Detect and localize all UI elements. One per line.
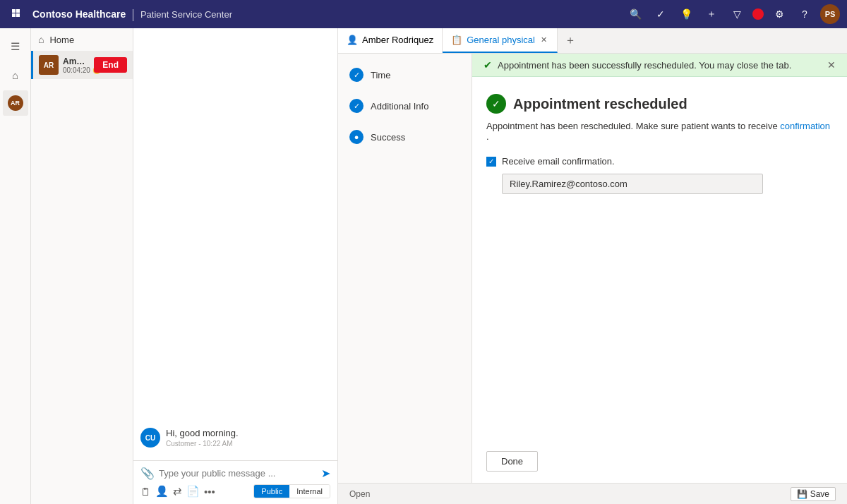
- end-button[interactable]: End: [94, 57, 127, 73]
- tab-bar: 👤 Amber Rodriquez 📋 General physical ✕ ＋: [338, 28, 847, 54]
- input-row: 📎 ➤: [140, 467, 330, 480]
- home-nav-item[interactable]: ⌂ Home: [31, 28, 133, 51]
- appt-desc-link[interactable]: confirmation: [780, 121, 830, 131]
- step-time: ✓ Time: [349, 68, 460, 82]
- customer-avatar: CU: [140, 428, 160, 448]
- message-sender: Customer: [166, 440, 196, 448]
- user-sidebar-icon[interactable]: AR: [3, 90, 28, 116]
- wizard-steps: ✓ Time ✓ Additional Info ● Success: [338, 54, 472, 483]
- success-banner: ✔ Appointment has been successfully resc…: [472, 54, 847, 77]
- person-icon[interactable]: 👤: [155, 485, 169, 498]
- agent-list-item[interactable]: AR Amber Rodriquez 00:04:20 😐 Neutral En…: [31, 51, 133, 79]
- topbar: Contoso Healthcare | Patient Service Cen…: [0, 0, 847, 28]
- banner-close-icon[interactable]: ✕: [827, 59, 836, 71]
- svg-rect-0: [12, 9, 16, 13]
- user-avatar[interactable]: PS: [820, 4, 840, 24]
- tab-amber-icon: 👤: [347, 35, 358, 45]
- more-icon[interactable]: •••: [204, 486, 215, 498]
- brand-name: Contoso Healthcare: [32, 8, 126, 20]
- settings-check-icon[interactable]: ✓: [651, 4, 671, 24]
- visibility-toggle: Public Internal: [253, 484, 330, 498]
- tab-general-physical[interactable]: 📋 General physical ✕: [443, 28, 558, 53]
- main-content: ✔ Appointment has been successfully resc…: [472, 54, 847, 483]
- banner-text: Appointment has been successfully resche…: [498, 60, 791, 71]
- appointment-content: ✓ Appointment rescheduled Appointment ha…: [472, 77, 847, 440]
- attach-icon[interactable]: 📎: [140, 467, 155, 480]
- notification-dot[interactable]: [752, 8, 764, 20]
- appt-success-icon: ✓: [486, 94, 506, 114]
- message-text: Hi, good morning.: [166, 428, 330, 438]
- step-success-circle: ●: [349, 130, 364, 144]
- step-success-label: Success: [371, 132, 405, 143]
- help-icon[interactable]: ?: [795, 4, 815, 24]
- input-area: 📎 ➤ 🗒 👤 ⇄ 📄 ••• Public Internal: [133, 460, 337, 504]
- step-success: ● Success: [349, 130, 460, 144]
- agent-name: Amber Rodriquez: [63, 56, 90, 66]
- hamburger-menu[interactable]: ☰: [3, 34, 28, 59]
- appt-title: Appointment rescheduled: [513, 96, 687, 112]
- appt-title-row: ✓ Appointment rescheduled: [486, 94, 833, 114]
- done-button[interactable]: Done: [486, 451, 538, 472]
- tab-amber-label: Amber Rodriquez: [362, 35, 433, 45]
- save-label: Save: [810, 489, 829, 499]
- appt-desc-part1: Appointment has been rescheduled. Make s…: [486, 121, 778, 131]
- appt-description: Appointment has been rescheduled. Make s…: [486, 121, 833, 142]
- transfer-icon[interactable]: ⇄: [173, 485, 182, 498]
- message-input[interactable]: [159, 468, 317, 479]
- tab-add-button[interactable]: ＋: [558, 28, 583, 53]
- agent-info: Amber Rodriquez 00:04:20 😐 Neutral: [63, 56, 90, 74]
- agent-avatar: AR: [39, 55, 59, 75]
- email-confirmation-row: ✓ Receive email confirmation.: [486, 156, 833, 167]
- conversation-panel: CU Hi, good morning. Customer - 10:22 AM…: [133, 28, 338, 504]
- sidebar: ☰ ⌂ AR: [0, 28, 31, 504]
- internal-toggle[interactable]: Internal: [289, 485, 330, 498]
- agent-panel: ⌂ Home AR Amber Rodriquez 00:04:20 😐 Neu…: [31, 28, 133, 504]
- appt-desc-part2: .: [486, 131, 489, 142]
- tab-amber[interactable]: 👤 Amber Rodriquez: [338, 28, 443, 53]
- open-status: Open: [349, 489, 370, 499]
- svg-rect-3: [16, 13, 20, 17]
- save-button[interactable]: 💾 Save: [791, 487, 836, 501]
- home-nav-icon: ⌂: [38, 34, 44, 45]
- tab-close-icon[interactable]: ✕: [539, 34, 548, 46]
- status-bar: Open 💾 Save: [338, 483, 847, 504]
- send-icon[interactable]: ➤: [321, 467, 330, 480]
- lightbulb-icon[interactable]: 💡: [676, 4, 696, 24]
- save-icon: 💾: [797, 489, 807, 499]
- email-input[interactable]: [502, 174, 763, 194]
- agent-meta: 00:04:20 😐 Neutral: [63, 66, 90, 74]
- brand-divider: |: [131, 7, 135, 22]
- message-time: 10:22 AM: [203, 440, 232, 448]
- step-additional-info: ✓ Additional Info: [349, 99, 460, 113]
- banner-check-icon: ✔: [483, 59, 492, 71]
- home-nav-label: Home: [49, 35, 74, 45]
- email-confirmation-checkbox[interactable]: ✓: [486, 157, 496, 167]
- tab-gp-label: General physical: [467, 35, 535, 45]
- template-icon[interactable]: 📄: [186, 485, 200, 498]
- message-content: Hi, good morning. Customer - 10:22 AM: [166, 428, 330, 448]
- step-time-circle: ✓: [349, 68, 364, 82]
- search-icon[interactable]: 🔍: [625, 4, 645, 24]
- done-btn-area: Done: [472, 440, 847, 483]
- conv-toolbar: 🗒 👤 ⇄ 📄 ••• Public Internal: [140, 484, 330, 498]
- public-toggle[interactable]: Public: [254, 485, 289, 498]
- plus-icon[interactable]: ＋: [702, 4, 721, 24]
- agent-timer: 00:04:20: [63, 66, 90, 74]
- message-meta: Customer - 10:22 AM: [166, 440, 330, 448]
- message-list: CU Hi, good morning. Customer - 10:22 AM: [133, 28, 337, 460]
- main-layout: ☰ ⌂ AR ⌂ Home AR Amber Rodriquez 00:04:2…: [0, 28, 847, 504]
- note-icon[interactable]: 🗒: [140, 486, 151, 498]
- step-additional-label: Additional Info: [371, 101, 428, 112]
- right-panel: 👤 Amber Rodriquez 📋 General physical ✕ ＋…: [338, 28, 847, 504]
- gear-icon[interactable]: ⚙: [769, 4, 789, 24]
- home-icon[interactable]: ⌂: [3, 62, 28, 88]
- email-confirmation-label: Receive email confirmation.: [502, 156, 615, 167]
- tab-gp-icon: 📋: [451, 35, 462, 45]
- apps-icon[interactable]: [7, 4, 27, 24]
- filter-icon[interactable]: ▽: [727, 4, 747, 24]
- brand: Contoso Healthcare: [32, 8, 126, 20]
- app-name: Patient Service Center: [140, 9, 232, 20]
- svg-rect-1: [16, 9, 20, 13]
- step-additional-circle: ✓: [349, 99, 364, 113]
- wizard-layout: ✓ Time ✓ Additional Info ● Success ✔ App…: [338, 54, 847, 483]
